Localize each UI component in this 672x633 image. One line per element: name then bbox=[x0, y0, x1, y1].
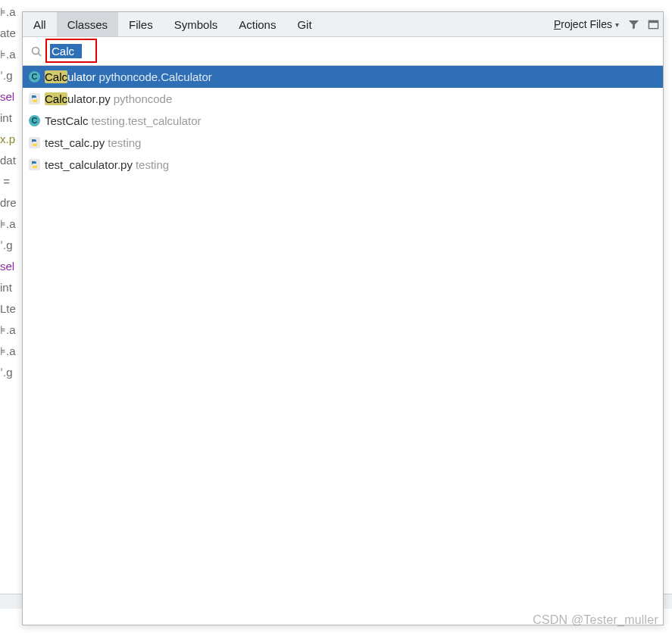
search-icon bbox=[30, 45, 42, 58]
result-location: pythoncode.Calculator bbox=[99, 70, 212, 83]
result-name: Calculator.py bbox=[45, 92, 111, 105]
search-results-list: CCalculator pythoncode.CalculatorCalcula… bbox=[23, 66, 663, 625]
svg-rect-10 bbox=[29, 159, 40, 170]
result-row[interactable]: CCalculator pythoncode.Calculator bbox=[23, 66, 663, 88]
svg-rect-1 bbox=[649, 20, 658, 23]
scope-rest: roject Files bbox=[561, 18, 612, 30]
chevron-down-icon: ▾ bbox=[615, 20, 619, 29]
tab-classes[interactable]: Classes bbox=[57, 12, 118, 36]
result-location: pythoncode bbox=[114, 92, 173, 105]
search-input[interactable] bbox=[50, 44, 82, 58]
svg-line-3 bbox=[39, 53, 42, 56]
watermark-text: CSDN @Tester_muller bbox=[533, 613, 658, 627]
result-row[interactable]: test_calc.py testing bbox=[23, 132, 663, 154]
svg-rect-6 bbox=[29, 93, 40, 104]
search-tabs: AllClassesFilesSymbolsActionsGit Project… bbox=[23, 12, 663, 37]
tab-symbols[interactable]: Symbols bbox=[164, 12, 229, 36]
search-input-row bbox=[23, 37, 663, 66]
class-icon: C bbox=[27, 70, 41, 84]
class-icon: C bbox=[27, 114, 41, 128]
result-location: testing bbox=[108, 136, 141, 149]
result-location: testing bbox=[136, 158, 169, 171]
scope-mnemonic: P bbox=[554, 18, 561, 30]
result-name: Calculator bbox=[45, 70, 96, 83]
python-file-icon bbox=[27, 158, 41, 172]
result-row[interactable]: test_calculator.py testing bbox=[23, 154, 663, 176]
result-name: test_calculator.py bbox=[45, 158, 133, 171]
result-row[interactable]: CTestCalc testing.test_calculator bbox=[23, 110, 663, 132]
python-file-icon bbox=[27, 136, 41, 150]
filter-icon[interactable] bbox=[624, 12, 643, 36]
svg-text:C: C bbox=[31, 72, 37, 81]
editor-gutter-peek: ⊧.aate⊧.aˈ.gselintx.pdat =dre⊧.aˈ.gselin… bbox=[0, 0, 23, 633]
result-name: test_calc.py bbox=[45, 136, 105, 149]
svg-point-2 bbox=[33, 47, 39, 54]
result-name: TestCalc bbox=[45, 114, 89, 127]
svg-rect-9 bbox=[29, 137, 40, 148]
scope-selector[interactable]: Project Files ▾ bbox=[549, 12, 624, 36]
search-everywhere-popup: AllClassesFilesSymbolsActionsGit Project… bbox=[22, 11, 664, 625]
tab-git[interactable]: Git bbox=[286, 12, 322, 36]
open-in-tool-window-icon[interactable] bbox=[643, 12, 663, 36]
result-row[interactable]: Calculator.py pythoncode bbox=[23, 88, 663, 110]
tabbar-spacer bbox=[323, 12, 549, 36]
svg-text:C: C bbox=[31, 116, 37, 125]
python-file-icon bbox=[27, 92, 41, 106]
tab-all[interactable]: All bbox=[23, 12, 57, 36]
tab-actions[interactable]: Actions bbox=[228, 12, 286, 36]
tab-files[interactable]: Files bbox=[118, 12, 164, 36]
result-location: testing.test_calculator bbox=[92, 114, 202, 127]
